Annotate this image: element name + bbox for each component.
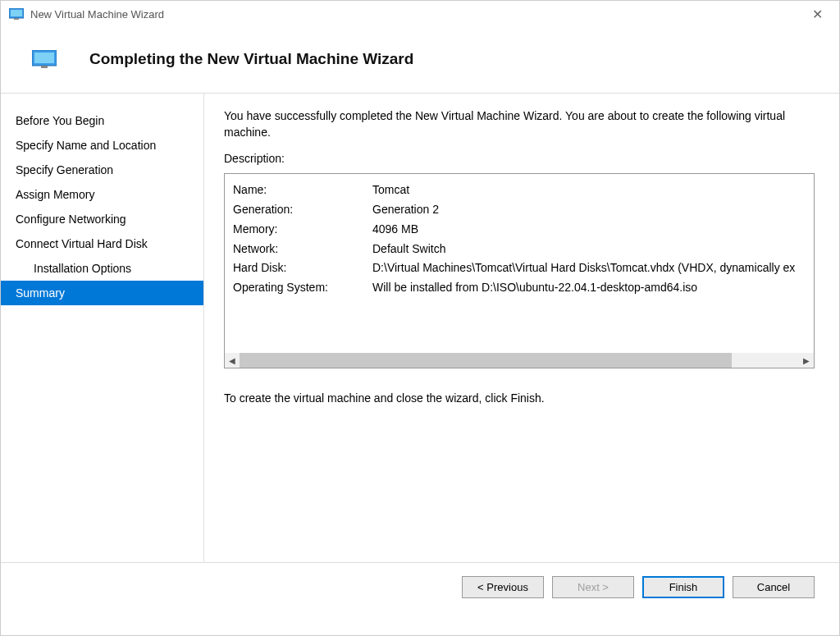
sidebar-item-assign-memory[interactable]: Assign Memory — [1, 182, 203, 207]
desc-value: Will be installed from D:\ISO\ubuntu-22.… — [372, 278, 697, 298]
wizard-footer: < Previous Next > Finish Cancel — [1, 563, 839, 611]
close-icon[interactable]: ✕ — [804, 3, 831, 25]
window-title: New Virtual Machine Wizard — [30, 8, 804, 21]
desc-row-generation: Generation: Generation 2 — [233, 200, 806, 220]
wizard-body: Before You Begin Specify Name and Locati… — [1, 94, 839, 563]
desc-value: Generation 2 — [372, 200, 439, 220]
wizard-header: Completing the New Virtual Machine Wizar… — [1, 27, 839, 94]
wizard-header-icon — [32, 50, 57, 68]
svg-rect-5 — [41, 66, 48, 68]
scroll-track[interactable] — [240, 353, 799, 368]
sidebar-item-before-you-begin[interactable]: Before You Begin — [1, 108, 203, 133]
description-label: Description: — [224, 152, 819, 165]
desc-row-harddisk: Hard Disk: D:\Virtual Machines\Tomcat\Vi… — [233, 259, 806, 278]
desc-row-memory: Memory: 4096 MB — [233, 220, 806, 240]
content-pane: You have successfully completed the New … — [204, 94, 839, 562]
next-button: Next > — [552, 576, 634, 598]
desc-value: Tomcat — [372, 181, 409, 200]
desc-key: Name: — [233, 181, 372, 200]
sidebar-item-installation-options[interactable]: Installation Options — [1, 256, 203, 281]
desc-value: D:\Virtual Machines\Tomcat\Virtual Hard … — [372, 259, 795, 278]
horizontal-scrollbar[interactable]: ◀ ▶ — [225, 353, 814, 368]
intro-text: You have successfully completed the New … — [224, 108, 819, 140]
scroll-right-icon[interactable]: ▶ — [799, 353, 814, 368]
desc-row-name: Name: Tomcat — [233, 181, 806, 200]
desc-row-network: Network: Default Switch — [233, 240, 806, 259]
cancel-button[interactable]: Cancel — [733, 576, 815, 598]
app-icon — [9, 8, 24, 20]
description-box: Name: Tomcat Generation: Generation 2 Me… — [224, 173, 815, 368]
sidebar: Before You Begin Specify Name and Locati… — [1, 94, 204, 562]
page-title: Completing the New Virtual Machine Wizar… — [89, 50, 413, 68]
previous-button[interactable]: < Previous — [462, 576, 544, 598]
sidebar-item-summary[interactable]: Summary — [1, 281, 203, 305]
desc-key: Generation: — [233, 200, 372, 220]
desc-key: Memory: — [233, 220, 372, 240]
svg-rect-2 — [14, 18, 19, 20]
sidebar-item-specify-generation[interactable]: Specify Generation — [1, 158, 203, 182]
sidebar-item-connect-vhd[interactable]: Connect Virtual Hard Disk — [1, 231, 203, 256]
hint-text: To create the virtual machine and close … — [224, 391, 819, 405]
svg-rect-4 — [34, 53, 54, 63]
desc-value: 4096 MB — [372, 220, 418, 240]
desc-key: Operating System: — [233, 278, 372, 298]
scroll-left-icon[interactable]: ◀ — [225, 353, 240, 368]
desc-key: Network: — [233, 240, 372, 259]
desc-row-os: Operating System: Will be installed from… — [233, 278, 806, 298]
finish-button[interactable]: Finish — [642, 576, 724, 598]
sidebar-item-specify-name[interactable]: Specify Name and Location — [1, 133, 203, 158]
titlebar: New Virtual Machine Wizard ✕ — [1, 1, 839, 27]
svg-rect-1 — [11, 10, 22, 16]
desc-value: Default Switch — [372, 240, 445, 259]
desc-key: Hard Disk: — [233, 259, 372, 278]
sidebar-item-configure-networking[interactable]: Configure Networking — [1, 207, 203, 231]
scroll-thumb[interactable] — [240, 353, 732, 368]
